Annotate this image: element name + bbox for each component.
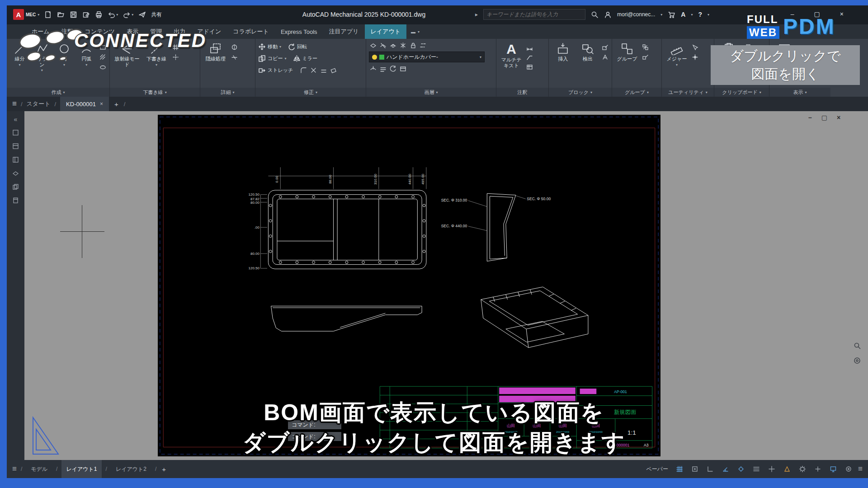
group-button[interactable]: グループ xyxy=(615,41,639,62)
tab-featured-apps[interactable]: 注目アプリ xyxy=(323,24,365,39)
hidden-lines-button[interactable]: 隠線処理 xyxy=(203,41,228,62)
panel-label-layer[interactable]: 画層▾ xyxy=(366,88,496,97)
layer-lock-icon[interactable] xyxy=(409,41,417,49)
search-icon[interactable] xyxy=(591,11,599,19)
panel-label-construction[interactable]: 下書き線▾ xyxy=(110,88,200,97)
save-icon[interactable] xyxy=(70,11,77,19)
minimize-button[interactable]: – xyxy=(791,10,794,18)
block-attr-icon[interactable] xyxy=(601,53,609,61)
detect-button[interactable]: 検出 xyxy=(576,41,599,62)
rotate-button[interactable]: 回転 xyxy=(288,41,307,52)
layer-color-swatch[interactable] xyxy=(379,55,384,60)
layer-properties-icon[interactable] xyxy=(369,41,377,49)
cart-icon[interactable] xyxy=(668,11,675,19)
polar-tracking-icon[interactable] xyxy=(720,464,731,474)
ribbon-minimize-button[interactable]: ▬ ▾ xyxy=(406,24,424,39)
layer-walk-icon[interactable] xyxy=(379,65,387,73)
undo-icon[interactable] xyxy=(108,11,115,19)
model-tab[interactable]: モデル xyxy=(26,460,52,478)
undo-caret-icon[interactable]: ▾ xyxy=(116,13,118,17)
insert-block-button[interactable]: 挿入 xyxy=(552,41,575,62)
workspace-gear-icon[interactable] xyxy=(797,464,808,474)
calc-palette-icon[interactable] xyxy=(12,196,20,204)
tab-collaborate[interactable]: コラボレート xyxy=(227,24,275,39)
layer-match-icon[interactable] xyxy=(419,41,427,49)
layer-freeze-icon[interactable] xyxy=(399,41,407,49)
panel-label-group[interactable]: グループ▾ xyxy=(612,88,661,97)
viewport-restore-icon[interactable]: ▢ xyxy=(821,114,827,121)
layer-on-bulb-icon[interactable] xyxy=(372,55,377,60)
tab-home[interactable]: ホーム xyxy=(26,24,56,39)
move-button[interactable]: 移動▾ xyxy=(258,41,281,52)
hatch-icon[interactable] xyxy=(99,53,107,61)
redo-caret-icon[interactable]: ▾ xyxy=(132,13,133,17)
dynamic-input-icon[interactable] xyxy=(766,464,778,474)
dimension-icon[interactable] xyxy=(525,43,533,51)
sheetset-palette-icon[interactable] xyxy=(12,183,20,191)
tool-palette-icon[interactable] xyxy=(12,155,20,164)
tab-content[interactable]: コンテンツ xyxy=(79,24,121,39)
polyline-button[interactable]: ポリライン▾ xyxy=(32,41,52,72)
centerline-icon[interactable] xyxy=(171,53,179,61)
help-caret-icon[interactable]: ▾ xyxy=(708,13,709,17)
arc-button[interactable]: 円弧▾ xyxy=(76,41,97,67)
properties-palette-icon[interactable] xyxy=(12,142,20,150)
save-as-icon[interactable] xyxy=(82,11,90,19)
plot-icon[interactable] xyxy=(95,11,103,19)
rectangle-icon[interactable] xyxy=(99,43,107,51)
table-icon[interactable] xyxy=(525,63,533,71)
start-tab[interactable]: スタート xyxy=(27,100,51,108)
snap-toggle-icon[interactable] xyxy=(689,464,701,474)
ortho-toggle-icon[interactable] xyxy=(704,464,716,474)
layer-isolate-icon[interactable] xyxy=(389,41,397,49)
layer-off-icon[interactable] xyxy=(379,41,387,49)
collapse-chevron-icon[interactable]: « xyxy=(14,116,18,123)
offset-icon[interactable] xyxy=(319,66,327,74)
graphics-performance-icon[interactable] xyxy=(827,464,839,474)
lineweight-toggle-icon[interactable] xyxy=(750,464,762,474)
tab-annotate[interactable]: 注釈 xyxy=(56,24,79,39)
construction-line-button[interactable]: 下書き線▾ xyxy=(143,41,170,67)
make-current-icon[interactable] xyxy=(369,65,377,73)
ungroup-icon[interactable] xyxy=(641,43,649,51)
expand-arrow-icon[interactable]: ▸ xyxy=(475,11,478,18)
trim-icon[interactable] xyxy=(309,66,317,74)
detail-view-icon[interactable] xyxy=(230,43,238,51)
share-plane-icon[interactable] xyxy=(138,11,146,19)
new-layout-button[interactable]: + xyxy=(160,465,167,473)
mtext-button[interactable]: A マルチテキスト xyxy=(499,41,524,68)
object-snap-icon[interactable] xyxy=(735,464,747,474)
drawing-tab-active[interactable]: KD-000001 × xyxy=(60,97,109,111)
customization-icon[interactable]: ≡ xyxy=(858,465,863,474)
section-view-icon[interactable] xyxy=(230,53,238,61)
group-edit-icon[interactable] xyxy=(641,53,649,61)
layer-dropdown[interactable]: ハンドホールカバー- ▾ xyxy=(369,52,485,62)
panel-label-clipboard[interactable]: クリップボード▾ xyxy=(714,88,769,97)
quick-select-icon[interactable] xyxy=(691,43,699,51)
layers-palette-icon[interactable] xyxy=(12,169,20,177)
steering-wheel-icon[interactable] xyxy=(852,355,863,366)
open-icon[interactable] xyxy=(57,11,65,19)
panel-label-annotation[interactable]: 注釈 xyxy=(496,88,548,97)
panel-label-view[interactable]: 表示▾ xyxy=(769,88,830,97)
share-label[interactable]: 共有 xyxy=(151,11,162,19)
viewport-close-icon[interactable]: × xyxy=(837,114,840,121)
circle-button[interactable]: 円▾ xyxy=(54,41,75,67)
help-icon[interactable]: ? xyxy=(698,11,702,18)
add-cleanup-icon[interactable] xyxy=(812,464,824,474)
palette-icon[interactable] xyxy=(12,128,20,136)
search-input[interactable] xyxy=(486,11,582,18)
user-caret-icon[interactable]: ▾ xyxy=(660,13,662,17)
new-tab-button[interactable]: + xyxy=(113,100,120,108)
layer-prev-icon[interactable] xyxy=(389,65,397,73)
panel-label-detail[interactable]: 詳細▾ xyxy=(200,88,255,97)
id-point-icon[interactable] xyxy=(691,53,699,61)
file-tab-menu-icon[interactable]: ≡ xyxy=(12,99,17,108)
ellipse-icon[interactable] xyxy=(99,63,107,71)
zoom-tool-icon[interactable] xyxy=(852,340,863,352)
close-tab-icon[interactable]: × xyxy=(100,101,103,107)
tab-view[interactable]: 表示 xyxy=(121,24,144,39)
user-icon[interactable] xyxy=(604,11,612,19)
new-drawing-icon[interactable] xyxy=(44,11,52,19)
tab-addins[interactable]: アドイン xyxy=(191,24,227,39)
